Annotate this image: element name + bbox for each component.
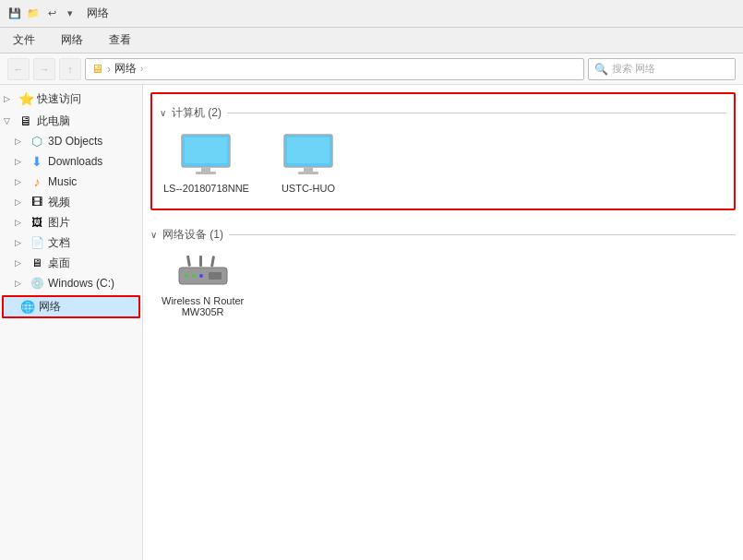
address-label: 网络 — [114, 61, 137, 77]
sidebar-item-pictures[interactable]: ▷ 🖼 图片 — [0, 212, 142, 232]
network-devices-line — [229, 234, 736, 235]
address-separator: › — [107, 63, 111, 76]
up-button[interactable]: ↑ — [59, 58, 81, 80]
main-area: ▷ ⭐ 快速访问 ▽ 🖥 此电脑 ▷ ⬡ 3D Objects ▷ ⬇ Down… — [0, 85, 743, 560]
video-arrow: ▷ — [15, 197, 26, 207]
toolbar: ← → ↑ 🖥 › LS--20180718NNE 网络 › 🔍 搜索 网络 — [0, 54, 743, 85]
computers-grid: LS--20180718NNE USTC-HUO — [160, 126, 726, 201]
svg-rect-5 — [287, 137, 330, 163]
network-label: 网络 — [39, 299, 61, 315]
title-bar: 💾 📁 ↩ ▾ 网络 — [0, 0, 743, 28]
music-arrow: ▷ — [15, 177, 26, 186]
3d-icon: ⬡ — [30, 134, 44, 149]
computers-section-header: ∨ 计算机 (2) — [160, 105, 726, 121]
search-icon: 🔍 — [594, 63, 608, 76]
network-devices-section: ∨ 网络设备 (1) — [150, 220, 736, 328]
computer-monitor-icon-1 — [283, 134, 333, 179]
pictures-arrow: ▷ — [15, 218, 26, 227]
this-pc-label: 此电脑 — [37, 113, 70, 129]
computer-label-0: LS--20180718NNE — [163, 183, 249, 194]
svg-rect-15 — [209, 272, 222, 280]
sidebar-item-network[interactable]: 🌐 网络 — [2, 295, 140, 318]
desktop-icon: 🖥 — [30, 256, 44, 270]
undo-icon: ↩ — [44, 6, 59, 21]
sidebar-item-video[interactable]: ▷ 🎞 视频 — [0, 192, 142, 212]
back-button[interactable]: ← — [7, 58, 30, 80]
computer-label-1: USTC-HUO — [282, 183, 335, 194]
sidebar-item-quick-access[interactable]: ▷ ⭐ 快速访问 — [0, 89, 142, 109]
computers-collapse-arrow[interactable]: ∨ — [160, 108, 166, 118]
sidebar-group-network: 🌐 网络 — [0, 295, 142, 318]
network-icon: 🌐 — [20, 300, 35, 315]
this-pc-arrow: ▽ — [4, 116, 15, 125]
ribbon-tab-file[interactable]: 文件 — [7, 30, 41, 50]
3d-label: 3D Objects — [48, 135, 102, 148]
ribbon: 文件 网络 查看 — [0, 28, 743, 54]
video-label: 视频 — [48, 195, 70, 210]
downloads-label: Downloads — [48, 155, 102, 168]
svg-rect-3 — [196, 172, 216, 174]
drive-icon: 💿 — [30, 276, 44, 291]
svg-rect-2 — [201, 167, 210, 172]
network-devices-collapse-arrow[interactable]: ∨ — [150, 230, 157, 240]
sidebar-group-quick-access: ▷ ⭐ 快速访问 — [0, 89, 142, 109]
sidebar-item-windows-drive[interactable]: ▷ 💿 Windows (C:) — [0, 273, 142, 293]
svg-rect-1 — [185, 137, 227, 163]
svg-rect-7 — [298, 172, 318, 174]
router-label-line2: MW305R — [162, 306, 244, 317]
downloads-arrow: ▷ — [15, 157, 26, 166]
svg-point-14 — [199, 274, 203, 278]
title-bar-icons: 💾 📁 ↩ ▾ — [7, 6, 78, 21]
video-icon: 🎞 — [30, 195, 44, 209]
network-device-item-0[interactable]: Wireless N Router MW305R — [158, 252, 247, 321]
svg-rect-8 — [186, 256, 191, 267]
title-bar-title: 网络 — [87, 6, 109, 21]
computer-monitor-icon-0 — [181, 134, 231, 179]
svg-rect-6 — [304, 167, 313, 172]
folder-icon: 📁 — [26, 6, 41, 21]
3d-arrow: ▷ — [15, 137, 26, 146]
address-bar[interactable]: 🖥 › LS--20180718NNE 网络 › — [85, 58, 584, 80]
desktop-arrow: ▷ — [15, 258, 26, 268]
documents-label: 文档 — [48, 235, 70, 251]
search-placeholder: 搜索 网络 — [612, 62, 655, 76]
save-icon: 💾 — [7, 6, 22, 21]
content-area: ∨ 计算机 (2) — [143, 85, 743, 560]
downloads-icon: ⬇ — [30, 154, 44, 169]
drive-label: Windows (C:) — [48, 277, 114, 290]
computer-item-0[interactable]: LS--20180718NNE — [160, 130, 253, 197]
computers-section-title: 计算机 (2) — [172, 105, 222, 121]
svg-point-12 — [185, 274, 188, 278]
forward-button[interactable]: → — [33, 58, 55, 80]
docs-arrow: ▷ — [15, 238, 26, 247]
sidebar-item-desktop[interactable]: ▷ 🖥 桌面 — [0, 253, 142, 273]
router-label-line1: Wireless N Router — [162, 295, 244, 306]
computer-item-1[interactable]: USTC-HUO — [271, 130, 345, 197]
computers-section: ∨ 计算机 (2) — [150, 92, 736, 210]
sidebar-item-3d-objects[interactable]: ▷ ⬡ 3D Objects — [0, 131, 142, 151]
ribbon-tab-network[interactable]: 网络 — [55, 30, 89, 50]
search-bar[interactable]: 🔍 搜索 网络 — [588, 58, 736, 80]
drive-arrow: ▷ — [15, 279, 26, 288]
svg-rect-9 — [199, 256, 202, 267]
pictures-icon: 🖼 — [30, 215, 44, 230]
dropdown-icon: ▾ — [63, 6, 78, 21]
address-chevron: › — [140, 64, 143, 74]
ribbon-tab-view[interactable]: 查看 — [103, 30, 137, 50]
sidebar-item-downloads[interactable]: ▷ ⬇ Downloads — [0, 151, 142, 172]
desktop-label: 桌面 — [48, 256, 70, 271]
sidebar-item-this-pc[interactable]: ▽ 🖥 此电脑 — [0, 111, 142, 131]
this-pc-icon: 🖥 — [18, 113, 33, 128]
quick-access-arrow: ▷ — [4, 94, 15, 103]
address-folder-icon: 🖥 — [91, 62, 103, 76]
sidebar: ▷ ⭐ 快速访问 ▽ 🖥 此电脑 ▷ ⬡ 3D Objects ▷ ⬇ Down… — [0, 85, 143, 560]
documents-icon: 📄 — [30, 235, 44, 250]
network-devices-header: ∨ 网络设备 (1) — [150, 227, 736, 243]
sidebar-item-music[interactable]: ▷ ♪ Music — [0, 172, 142, 192]
quick-access-label: 快速访问 — [37, 91, 81, 107]
sidebar-item-documents[interactable]: ▷ 📄 文档 — [0, 232, 142, 253]
svg-point-13 — [192, 274, 196, 278]
music-label: Music — [48, 175, 77, 188]
network-devices-title: 网络设备 (1) — [162, 227, 223, 243]
sidebar-group-this-pc: ▽ 🖥 此电脑 ▷ ⬡ 3D Objects ▷ ⬇ Downloads ▷ ♪… — [0, 111, 142, 293]
